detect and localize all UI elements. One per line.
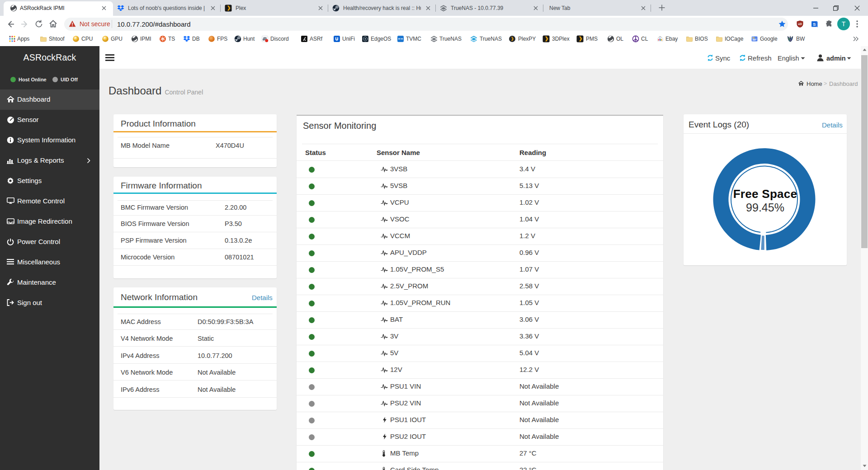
svg-text:S: S xyxy=(813,22,816,27)
svg-text:a: a xyxy=(661,38,663,41)
svg-text:uO: uO xyxy=(798,23,802,25)
